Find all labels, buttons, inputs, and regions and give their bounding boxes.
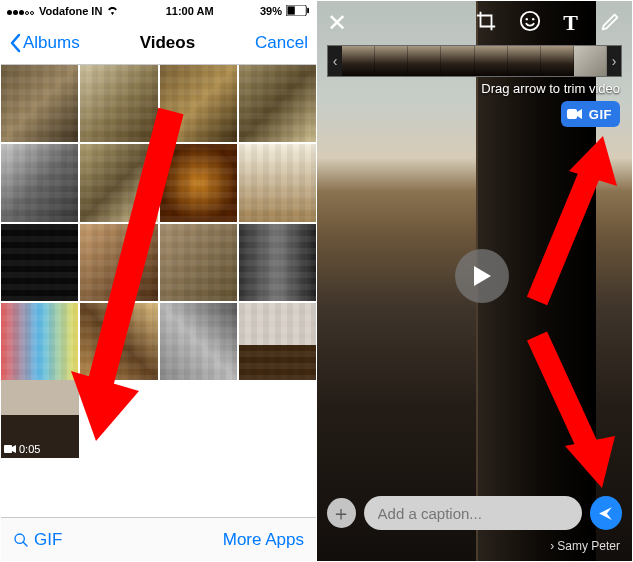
svg-point-6 [521,12,539,30]
trim-handle-right[interactable]: › [607,46,621,76]
svg-point-7 [526,18,528,20]
more-apps-button[interactable]: More Apps [223,530,304,550]
caption-input[interactable] [364,496,582,530]
cancel-button[interactable]: Cancel [255,33,308,53]
caption-row: ＋ [327,495,622,531]
clock-label: 11:00 AM [166,5,214,17]
svg-rect-9 [567,109,577,119]
send-icon [597,505,614,522]
editor-top-bar: ✕ T [317,1,632,45]
svg-line-5 [23,542,27,546]
chevron-left-icon [9,33,21,53]
play-icon [471,264,493,288]
duration-label: 0:05 [19,443,40,455]
video-duration-badge: 0:05 [4,443,40,455]
video-camera-icon [4,445,16,453]
carrier-label: Vodafone IN [39,5,102,17]
send-button[interactable] [590,496,622,530]
page-title: Videos [140,33,195,53]
timeline-frames [342,46,607,76]
text-tool-icon[interactable]: T [563,10,578,36]
svg-point-8 [532,18,534,20]
video-thumb[interactable] [239,65,316,142]
play-button[interactable] [455,249,509,303]
close-button[interactable]: ✕ [327,9,347,37]
draw-tool-icon[interactable] [600,10,622,36]
svg-rect-1 [287,6,294,14]
recipient-label: › Samy Peter [550,539,620,553]
trim-hint-label: Drag arrow to trim video [481,81,620,96]
svg-rect-2 [307,7,309,13]
back-label: Albums [23,33,80,53]
crop-icon[interactable] [475,10,497,36]
back-button[interactable]: Albums [9,33,80,53]
gif-label: GIF [34,530,62,550]
gif-toggle-label: GIF [589,107,612,122]
annotation-arrow [517,131,632,311]
signal-dots-icon [7,5,35,17]
recipient-name: Samy Peter [557,539,620,553]
status-bar: Vodafone IN 11:00 AM 39% [1,1,316,21]
video-thumb[interactable] [239,144,316,221]
bottom-toolbar: GIF More Apps [1,517,316,561]
nav-bar: Albums Videos Cancel [1,21,316,65]
svg-rect-3 [4,445,12,453]
trim-handle-left[interactable]: ‹ [328,46,342,76]
emoji-icon[interactable] [519,10,541,36]
gif-search-button[interactable]: GIF [13,530,62,550]
annotation-arrow [517,326,627,496]
video-thumb[interactable] [239,303,316,380]
search-icon [13,532,29,548]
video-camera-icon [567,108,583,120]
annotation-arrow [61,101,201,461]
phone-left-videos-picker: Vodafone IN 11:00 AM 39% Albums Videos C… [1,1,316,561]
battery-percent: 39% [260,5,282,17]
wifi-icon [106,5,119,17]
battery-icon [286,5,310,18]
chevron-right-icon: › [550,539,554,553]
trim-timeline[interactable]: ‹ › [327,45,622,77]
add-media-button[interactable]: ＋ [327,498,356,528]
phone-right-video-editor: ✕ T ‹ › Drag arrow to trim video GIF [317,1,632,561]
video-thumb[interactable] [239,224,316,301]
gif-toggle-button[interactable]: GIF [561,101,620,127]
